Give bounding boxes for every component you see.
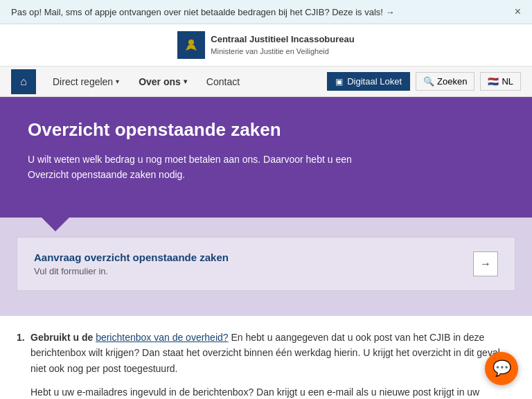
bold-prefix: Gebruikt u de [30,332,96,343]
berichtenbox-link[interactable]: berichtenbox van de overheid? [96,332,228,343]
search-icon: 🔍 [423,76,434,87]
nav-item-over-ons[interactable]: Over ons ▾ [130,71,195,93]
logo-subtitle: Ministerie van Justitie en Veiligheid [211,47,329,55]
flag-icon: 🇳🇱 [488,76,499,87]
nav-label: Contact [206,76,240,87]
main-nav: ⌂ Direct regelen ▾ Over ons ▾ Contact ▣ … [0,66,532,97]
aanvraag-card[interactable]: Aanvraag overzicht openstaande zaken Vul… [17,237,515,291]
chat-button[interactable]: 💬 [485,352,518,385]
logo-badge [177,31,205,59]
card-title: Aanvraag overzicht openstaande zaken [34,251,229,263]
nav-item-direct-regelen[interactable]: Direct regelen ▾ [44,71,127,93]
alert-bar: Pas op! Mail, sms of appje ontvangen ove… [0,0,532,24]
logo-name: Centraal Justitieel Incassobureau [211,33,354,46]
nav-item-contact[interactable]: Contact [198,71,248,93]
digitaal-loket-button[interactable]: ▣ Digitaal Loket [327,72,410,91]
card-arrow-button[interactable]: → [473,251,498,276]
alert-text: Pas op! Mail, sms of appje ontvangen ove… [11,7,395,17]
nav-label: Over ons [139,76,181,87]
svg-point-0 [188,39,194,45]
language-button[interactable]: 🇳🇱 NL [480,72,521,91]
logo-area[interactable]: Centraal Justitieel Incassobureau Minist… [177,31,354,59]
search-label: Zoeken [437,76,467,87]
hero-description: U wilt weten welk bedrag u nog moet beta… [28,152,360,183]
card-text: Aanvraag overzicht openstaande zaken Vul… [34,251,229,276]
header: Centraal Justitieel Incassobureau Minist… [0,24,532,66]
list-item: Gebruikt u de berichtenbox van de overhe… [17,330,515,399]
digitaal-loket-icon: ▣ [335,77,343,87]
surrounding-area: Overzicht openstaande zaken U wilt weten… [0,97,532,316]
search-button[interactable]: 🔍 Zoeken [416,72,475,91]
chat-icon: 💬 [493,360,511,378]
alert-close-button[interactable]: × [515,6,521,18]
nav-label: Direct regelen [53,76,113,87]
hero-triangle-decoration [42,218,69,231]
item-extra: Hebt u uw e-mailadres ingevuld in de ber… [30,384,515,399]
lang-label: NL [502,76,513,87]
home-button[interactable]: ⌂ [11,69,36,94]
nav-right: ▣ Digitaal Loket 🔍 Zoeken 🇳🇱 NL [327,72,521,91]
digitaal-loket-label: Digitaal Loket [347,76,402,87]
chevron-down-icon: ▾ [184,78,187,85]
card-subtitle: Vul dit formulier in. [34,266,229,276]
logo-text: Centraal Justitieel Incassobureau Minist… [211,33,354,57]
chevron-down-icon: ▾ [116,78,119,85]
hero-title: Overzicht openstaande zaken [28,119,504,141]
hero-section: Overzicht openstaande zaken U wilt weten… [0,97,532,218]
hero-wrapper: Overzicht openstaande zaken U wilt weten… [0,97,532,218]
content-list: Gebruikt u de berichtenbox van de overhe… [17,330,515,399]
content-area: Gebruikt u de berichtenbox van de overhe… [0,316,532,399]
